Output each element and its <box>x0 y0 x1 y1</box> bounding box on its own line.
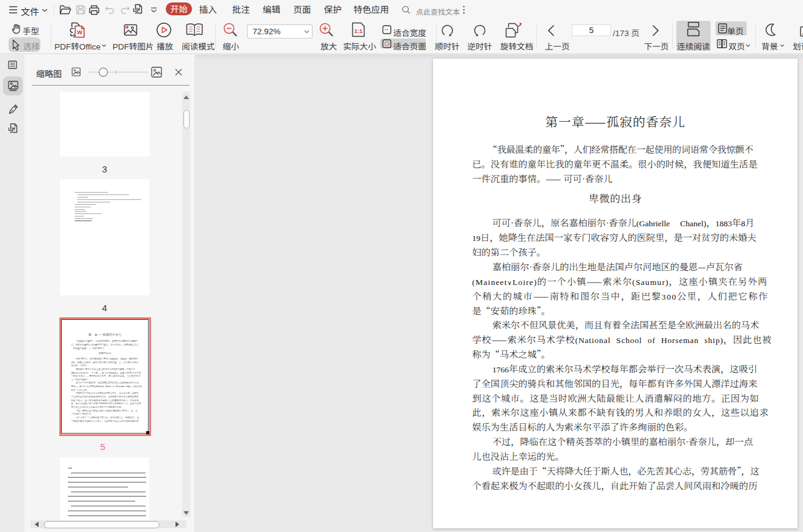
svg-text:W: W <box>77 29 83 35</box>
svg-text:1:1: 1:1 <box>354 28 363 34</box>
